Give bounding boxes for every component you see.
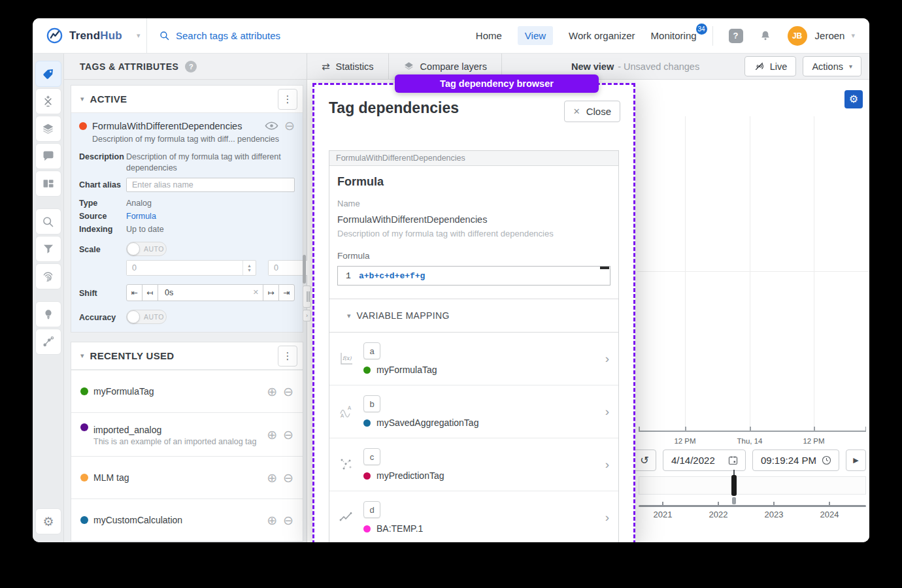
- panel-collapse-button[interactable]: ›: [303, 310, 311, 321]
- panel-resize-handle[interactable]: [303, 286, 311, 308]
- shift-value-input[interactable]: [158, 284, 263, 301]
- timeline-scrubber-handle[interactable]: [732, 497, 736, 504]
- chevron-right-icon[interactable]: ›: [605, 457, 609, 472]
- aggregation-tag-icon: AA: [338, 403, 355, 420]
- chevron-right-icon[interactable]: ›: [605, 404, 609, 419]
- global-search[interactable]: Search tags & attributes: [159, 30, 280, 41]
- mapped-tag-name: myPredictionTag: [376, 470, 444, 481]
- rail-layers-button[interactable]: [35, 116, 61, 142]
- recently-used-title: RECENTLY USED: [90, 350, 175, 361]
- navbar-divider: [146, 18, 147, 54]
- close-icon: ✕: [573, 106, 580, 116]
- calendar-icon: [727, 455, 739, 466]
- step-forward-button[interactable]: ▶: [846, 449, 866, 471]
- statistics-tab[interactable]: ⇄ Statistics: [307, 54, 389, 79]
- tag-color-dot: [363, 419, 371, 427]
- chart-alias-input[interactable]: [126, 178, 295, 192]
- rail-dependencies-button[interactable]: [35, 329, 61, 355]
- source-value-link[interactable]: Formula: [126, 211, 295, 222]
- rail-comments-button[interactable]: [35, 143, 61, 169]
- time-value: 09:19:24 PM: [761, 455, 816, 466]
- formula-tag-icon: f(x): [338, 350, 355, 367]
- variable-mapping-row[interactable]: f(x) a myFormulaTag ›: [329, 333, 618, 385]
- recent-tag-row[interactable]: MLM tag ⊕ ⊖: [71, 456, 303, 498]
- nav-item-home[interactable]: Home: [476, 30, 502, 41]
- rail-layout-button[interactable]: [35, 171, 61, 197]
- time-picker-field[interactable]: 09:19:24 PM: [752, 449, 839, 471]
- add-tag-icon[interactable]: ⊕: [267, 429, 277, 441]
- collapse-chevron-icon[interactable]: ▾: [80, 95, 84, 103]
- variable-mapping-row[interactable]: AA b mySavedAggregationTag ›: [329, 385, 618, 438]
- user-menu-chevron-down-icon[interactable]: ▾: [851, 31, 855, 40]
- collapse-chevron-icon[interactable]: ▾: [80, 351, 84, 360]
- help-icon[interactable]: ?: [729, 29, 743, 43]
- add-tag-icon[interactable]: ⊕: [267, 472, 277, 484]
- notifications-bell-icon[interactable]: [759, 29, 772, 42]
- close-button[interactable]: ✕ Close: [564, 101, 620, 122]
- tag-dependencies-modal: Tag dependencies ✕ Close FormulaWithDiff…: [312, 83, 635, 542]
- active-section-menu-button[interactable]: ⋮: [278, 89, 297, 110]
- rail-calculations-button[interactable]: [35, 88, 61, 114]
- live-signal-off-icon: [754, 61, 765, 72]
- add-tag-icon[interactable]: ⊕: [267, 385, 277, 398]
- recent-tag-row[interactable]: imported_analog This is an example of an…: [71, 412, 303, 456]
- clear-shift-icon[interactable]: ✕: [253, 288, 259, 297]
- brand-chevron-down-icon[interactable]: ▾: [137, 31, 141, 40]
- actions-button[interactable]: Actions ▾: [803, 56, 861, 76]
- nav-item-work-organizer[interactable]: Work organizer: [569, 30, 635, 41]
- live-label: Live: [770, 61, 788, 72]
- rail-tags-button[interactable]: [35, 61, 61, 87]
- rail-fingerprint-button[interactable]: [35, 263, 61, 289]
- remove-tag-icon[interactable]: ⊖: [283, 429, 293, 441]
- nav-item-monitoring[interactable]: Monitoring 34: [651, 30, 697, 41]
- graph-nodes-icon: [41, 335, 55, 349]
- tooltip-label: Tag dependency browser: [440, 78, 554, 89]
- rail-settings-button[interactable]: ⚙: [35, 508, 61, 534]
- remove-tag-icon[interactable]: ⊖: [283, 385, 293, 398]
- panel-scrollbar[interactable]: [303, 255, 306, 284]
- variable-mapping-row[interactable]: c myPredictionTag ›: [329, 438, 618, 491]
- history-button[interactable]: ↺: [633, 449, 656, 471]
- shift-back-icon[interactable]: ↤: [142, 284, 158, 301]
- accuracy-auto-toggle[interactable]: AUTO: [126, 310, 167, 324]
- recent-tag-row[interactable]: myFormulaTag ⊕ ⊖: [71, 370, 303, 412]
- gridline: [685, 116, 686, 431]
- timeline-bar[interactable]: [639, 476, 866, 495]
- variable-mapping-header[interactable]: ▾ VARIABLE MAPPING: [329, 299, 618, 333]
- shift-to-end-icon[interactable]: ⇥: [278, 284, 295, 301]
- chevron-right-icon[interactable]: ›: [605, 351, 609, 366]
- shift-forward-icon[interactable]: ↦: [263, 284, 279, 301]
- active-tag-detail: FormulaWithDifferentDependencies ⊖ Descr…: [71, 113, 303, 332]
- chevron-right-icon[interactable]: ›: [605, 510, 609, 525]
- timeline-scrubber[interactable]: [731, 475, 737, 496]
- remove-tag-icon[interactable]: ⊖: [283, 514, 293, 527]
- brand-logo[interactable]: TrendHub ▾: [33, 27, 137, 44]
- remove-tag-icon[interactable]: ⊖: [283, 472, 293, 484]
- collapse-chevron-icon[interactable]: ▾: [347, 312, 351, 320]
- calculation-icon: [41, 95, 55, 108]
- scale-min-input[interactable]: [127, 261, 242, 275]
- formula-code-editor[interactable]: 1 a+b+c+d+e+f+g: [337, 266, 610, 286]
- dependency-tag-header[interactable]: FormulaWithDifferentDependencies: [329, 151, 618, 166]
- scale-auto-label: AUTO: [144, 245, 164, 253]
- shift-to-start-icon[interactable]: ⇤: [126, 284, 142, 301]
- time-axis-label: Thu, 14: [737, 437, 763, 445]
- rail-insights-button[interactable]: [35, 301, 61, 327]
- stepper-arrows-icon[interactable]: ▲▼: [242, 261, 256, 275]
- nav-item-view[interactable]: View: [518, 26, 553, 45]
- panel-help-icon[interactable]: ?: [185, 61, 197, 73]
- visibility-eye-icon[interactable]: [265, 122, 278, 130]
- scale-auto-toggle[interactable]: AUTO: [126, 242, 167, 256]
- chart-settings-button[interactable]: ⚙: [844, 90, 863, 108]
- rail-filter-button[interactable]: [35, 236, 61, 262]
- rail-search-button[interactable]: [35, 208, 61, 235]
- recent-tag-row[interactable]: myCustomCalculation ⊕ ⊖: [71, 498, 303, 541]
- add-tag-icon[interactable]: ⊕: [267, 514, 277, 527]
- code-scrollbar[interactable]: [600, 267, 609, 269]
- recently-used-menu-button[interactable]: ⋮: [278, 346, 297, 367]
- live-button[interactable]: Live: [744, 56, 797, 76]
- user-avatar[interactable]: JB: [788, 26, 807, 46]
- variable-mapping-row[interactable]: d BA:TEMP.1 ›: [329, 491, 618, 542]
- date-picker-field[interactable]: 4/14/2022: [663, 449, 746, 471]
- remove-tag-icon[interactable]: ⊖: [284, 120, 295, 132]
